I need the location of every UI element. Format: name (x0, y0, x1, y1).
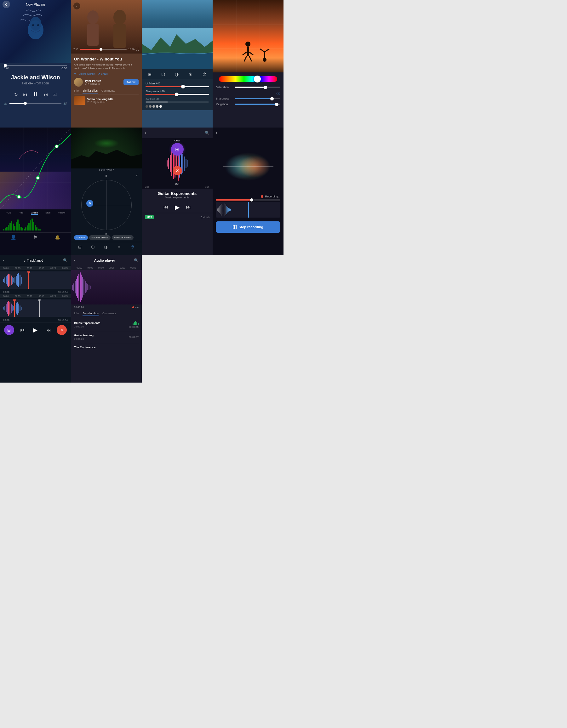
saturation-track[interactable] (235, 87, 280, 88)
hist-bar (39, 229, 41, 230)
awf-bar (87, 284, 88, 290)
bell-icon[interactable]: 🔔 (55, 235, 60, 240)
footer-rewind-button[interactable]: ⏮ (17, 325, 27, 335)
tab-blue[interactable]: Blue (45, 211, 50, 215)
siri-wave-display (213, 138, 284, 195)
cut-button[interactable]: ✕ (173, 166, 182, 175)
contrast-icon[interactable]: ◑ (104, 245, 107, 249)
share-button[interactable]: ↗ Share (98, 72, 108, 75)
tab-red[interactable]: Red (19, 211, 23, 215)
track-search-button[interactable]: 🔍 (63, 258, 68, 263)
time-remaining: -3:58 (60, 67, 67, 70)
waveform-back-button[interactable]: ‹ (145, 131, 146, 135)
clock-icon[interactable]: ⏱ (130, 245, 134, 249)
fullscreen-icon[interactable]: ⛶ (136, 48, 139, 51)
track-back-button[interactable]: ‹ (3, 258, 4, 263)
mitigation-track[interactable] (235, 104, 280, 105)
rec-bar (224, 203, 225, 216)
audio-back-button[interactable]: ‹ (74, 258, 75, 263)
contrast-track[interactable] (145, 101, 209, 103)
info-tool[interactable]: ⏱ (202, 72, 207, 77)
chip-colorize-blacks[interactable]: colorize blacks (89, 235, 111, 240)
footer-skip-button[interactable]: ⏭ (43, 325, 54, 335)
crop-button[interactable]: ⊞ (171, 143, 184, 156)
histogram (0, 217, 71, 232)
tab-similar-clips[interactable]: Similar clips (82, 89, 98, 94)
color-wheel-area: B Y B R (71, 173, 142, 233)
chip-colorize[interactable]: colorize (74, 235, 88, 240)
svg-point-34 (55, 145, 58, 148)
hue-bar[interactable] (219, 76, 277, 82)
sim-bar (133, 323, 133, 325)
hist-bar (30, 220, 31, 230)
waveform-search-button[interactable]: 🔍 (205, 131, 209, 135)
awf-bar (80, 272, 81, 302)
chip-colorize-whites[interactable]: colorize whites (112, 235, 133, 240)
similar-item-3: The Conference (74, 343, 139, 352)
track2-bars (0, 299, 71, 317)
track-bar (7, 302, 8, 314)
footer-close-button[interactable]: ✕ (57, 325, 67, 335)
swatch-lighter[interactable] (156, 105, 158, 108)
playhead-line (28, 271, 29, 289)
shuffle-button[interactable]: ⇄ (53, 92, 57, 97)
tab-yellow[interactable]: Yellow (58, 211, 65, 215)
person-icon[interactable]: 👤 (11, 235, 16, 240)
tab-rgb[interactable]: RGB (6, 211, 11, 215)
wheel-control-point[interactable]: B (86, 200, 93, 207)
back-button[interactable] (3, 1, 10, 8)
sharpness-track[interactable] (145, 94, 209, 95)
brightness-icon[interactable]: ☀ (117, 245, 121, 249)
similar-item-right-1: 00:00:45 (129, 321, 139, 328)
footer-play-button[interactable]: ▶ (30, 325, 40, 335)
similar-clips-list: Blues Experements 18.07.16 00:00:45 (71, 318, 142, 352)
tab-green[interactable]: Green (31, 211, 38, 215)
audio-tab-info[interactable]: Info (74, 312, 79, 316)
rec-progress-bar[interactable] (216, 199, 280, 201)
sharpness-track[interactable] (235, 98, 280, 99)
brightness-tool[interactable]: ☀ (188, 72, 192, 77)
crop-tool[interactable]: ⊞ (148, 72, 151, 77)
audio-tab-similar[interactable]: Simular clips (82, 312, 99, 316)
footer-crop-button[interactable]: ⊞ (4, 325, 14, 335)
filter-icon[interactable]: ⬡ (91, 245, 94, 249)
lighten-track[interactable] (145, 86, 209, 87)
prev-button[interactable]: ⏮ (23, 92, 27, 97)
video-progress-bar[interactable] (80, 49, 127, 50)
follow-button[interactable]: Follow (123, 79, 139, 85)
play-button[interactable]: ▶ (175, 203, 179, 211)
fast-forward-button[interactable]: ⏭ (186, 204, 191, 210)
tab-info[interactable]: Info (74, 89, 79, 94)
filter-tool[interactable]: ⬡ (161, 72, 165, 77)
video-back-button[interactable]: ‹ (73, 3, 80, 9)
hist-bar (38, 229, 39, 230)
audio-tab-comments[interactable]: Comments (102, 312, 116, 316)
pause-button[interactable]: ⏸ (32, 91, 39, 98)
swatch-light[interactable] (152, 105, 155, 108)
playhead-line-3 (39, 299, 40, 317)
swatch-dark[interactable] (145, 105, 148, 108)
repeat-button[interactable]: ↻ (14, 92, 18, 97)
rewind-button[interactable]: ⏮ (163, 204, 168, 210)
crop-icon[interactable]: ⊞ (78, 245, 82, 249)
sharpness-slider: Sharpness +40 (145, 90, 209, 95)
sim-bar (134, 322, 135, 325)
audio-search-button[interactable]: 🔍 (134, 258, 139, 263)
next-button[interactable]: ⏭ (44, 92, 48, 97)
wheel-label-r: R (105, 233, 107, 236)
progress-bar[interactable] (4, 65, 67, 66)
adjust-tool[interactable]: ◑ (175, 72, 179, 77)
video-tabs: Info Similar clips Comments (74, 89, 139, 94)
svg-line-31 (0, 128, 71, 209)
volume-bar[interactable] (9, 103, 61, 104)
stop-recording-button[interactable]: Stop recording (216, 221, 280, 233)
tab-comments[interactable]: Comments (101, 89, 115, 94)
swatch-lightest[interactable] (159, 105, 162, 108)
recording-back-button[interactable]: ‹ (216, 131, 217, 135)
flag-icon[interactable]: ⚑ (33, 235, 37, 240)
audio-player-tabs: Info Simular clips Comments (71, 310, 142, 318)
swatch-medium[interactable] (149, 105, 151, 108)
waveform-time-markers: 0:25 1:05 (142, 185, 213, 189)
color-wheel[interactable]: B (81, 180, 132, 230)
add-wishlist-button[interactable]: ✚ + Add to wishlist (74, 72, 95, 75)
